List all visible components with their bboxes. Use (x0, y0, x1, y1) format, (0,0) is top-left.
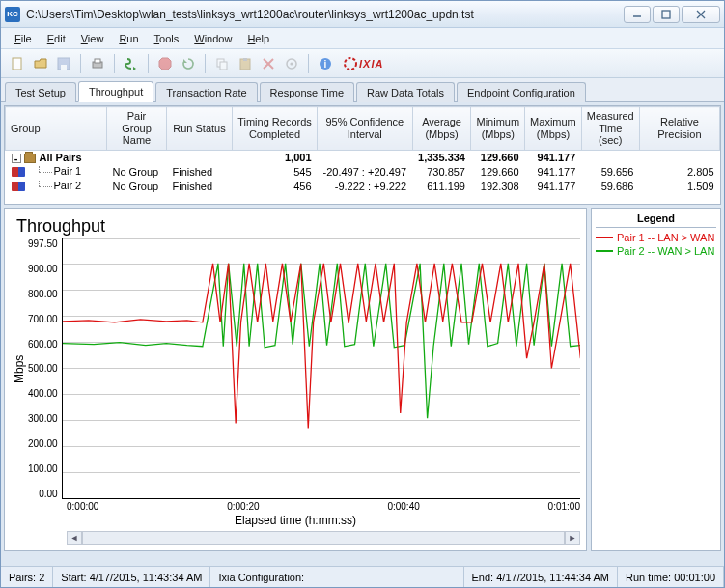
legend-label: Pair 1 -- LAN > WAN (617, 232, 714, 243)
scroll-track[interactable] (82, 531, 565, 545)
cell: 545 (233, 164, 318, 179)
col-precision[interactable]: RelativePrecision (639, 107, 719, 151)
svg-rect-8 (95, 59, 100, 63)
col-group[interactable]: Group (6, 107, 107, 151)
cell: No Group (107, 164, 167, 179)
tab-endpoint-config[interactable]: Endpoint Configuration (457, 82, 586, 102)
col-avg[interactable]: Average(Mbps) (412, 107, 471, 151)
chart-lines (63, 238, 580, 498)
legend-title: Legend (596, 212, 716, 228)
info-icon[interactable]: i (315, 53, 336, 74)
svg-rect-4 (13, 58, 21, 70)
menu-tools[interactable]: Tools (147, 30, 187, 47)
titlebar: KC C:\Users\Tim\Desktop\wlan_tests\links… (1, 1, 724, 28)
refresh-icon[interactable] (178, 53, 199, 74)
menu-file[interactable]: File (7, 30, 40, 47)
table-row-summary[interactable]: -All Pairs 1,001 1,335.334 129.660 941.1… (6, 150, 720, 164)
svg-rect-11 (220, 62, 227, 70)
table-row[interactable]: Pair 1 No Group Finished 545 -20.497 : +… (6, 164, 720, 179)
pair-icon (12, 182, 25, 191)
app-icon: KC (5, 7, 20, 22)
xtick: 0:01:00 (548, 501, 580, 512)
cell: Finished (167, 164, 233, 179)
cell: 730.857 (412, 164, 471, 179)
cell: 456 (233, 179, 318, 193)
cell: Pair 2 (54, 180, 82, 191)
scroll-right-icon[interactable]: ► (565, 531, 580, 545)
close-button[interactable] (682, 6, 720, 23)
menu-window[interactable]: Window (186, 30, 239, 47)
plot-area[interactable] (62, 238, 580, 499)
tab-raw-data-totals[interactable]: Raw Data Totals (356, 82, 455, 102)
brand-icon (344, 57, 357, 70)
table-row[interactable]: Pair 2 No Group Finished 456 -9.222 : +9… (6, 179, 720, 193)
brand-text: IXIA (359, 58, 383, 70)
tab-test-setup[interactable]: Test Setup (5, 82, 76, 102)
svg-point-20 (345, 58, 356, 70)
col-timing-records[interactable]: Timing RecordsCompleted (233, 107, 318, 151)
ytick: 0.00 (28, 489, 58, 499)
window-controls (624, 6, 720, 23)
cell: 59.656 (581, 164, 639, 179)
legend-item[interactable]: Pair 1 -- LAN > WAN (596, 231, 716, 244)
menu-edit[interactable]: Edit (40, 30, 73, 47)
tab-throughput[interactable]: Throughput (78, 81, 153, 102)
menubar: File Edit View Run Tools Window Help (1, 28, 724, 49)
col-confidence[interactable]: 95% ConfidenceInterval (318, 107, 413, 151)
print-icon[interactable] (87, 53, 108, 74)
save-icon[interactable] (53, 53, 74, 74)
ytick: 300.00 (28, 413, 58, 424)
pair-icon (12, 167, 25, 177)
svg-rect-6 (61, 65, 67, 70)
menu-run[interactable]: Run (111, 30, 146, 47)
menu-view[interactable]: View (73, 30, 112, 47)
cell: Finished (167, 179, 233, 193)
open-icon[interactable] (30, 53, 51, 74)
tab-response-time[interactable]: Response Time (260, 82, 354, 102)
status-runtime: Run time: 00:01:00 (618, 567, 724, 587)
col-run-status[interactable]: Run Status (167, 107, 233, 151)
cell: No Group (107, 179, 167, 193)
cell: 941.177 (525, 179, 582, 193)
run-icon[interactable] (121, 53, 142, 74)
chart-area: Throughput Mbps 997.50 900.00 800.00 700… (4, 208, 721, 551)
stop-icon[interactable] (154, 53, 176, 74)
brand-logo: IXIA (344, 57, 383, 70)
chart-scrollbar[interactable]: ◄ ► (67, 531, 580, 545)
ytick: 800.00 (28, 289, 58, 299)
cell: -9.222 : +9.222 (318, 179, 413, 193)
cell: 1.509 (639, 179, 719, 193)
ytick: 997.50 (28, 238, 58, 249)
col-time[interactable]: MeasuredTime (sec) (581, 107, 639, 151)
minimize-button[interactable] (624, 6, 651, 23)
ytick: 500.00 (28, 363, 58, 374)
xtick: 0:00:20 (227, 501, 259, 512)
legend-item[interactable]: Pair 2 -- WAN > LAN (596, 244, 716, 258)
legend-swatch-icon (596, 237, 613, 238)
col-max[interactable]: Maximum(Mbps) (525, 107, 582, 151)
cell: 192.308 (471, 179, 525, 193)
menu-help[interactable]: Help (239, 30, 277, 47)
tab-transaction-rate[interactable]: Transaction Rate (155, 82, 257, 102)
y-axis-label: Mbps (11, 238, 28, 499)
new-icon[interactable] (7, 53, 28, 74)
results-grid: Group Pair GroupName Run Status Timing R… (4, 105, 721, 205)
statusbar: Pairs: 2 Start: 4/17/2015, 11:43:34 AM I… (1, 566, 724, 587)
cell: Pair 1 (54, 165, 82, 177)
ytick: 600.00 (28, 339, 58, 350)
copy-icon[interactable] (211, 53, 233, 74)
col-min[interactable]: Minimum(Mbps) (471, 107, 525, 151)
summary-records: 1,001 (233, 150, 318, 164)
legend-swatch-icon (596, 250, 613, 252)
cell: 941.177 (525, 164, 582, 179)
maximize-button[interactable] (653, 6, 680, 23)
paste-icon[interactable] (235, 53, 256, 74)
col-pair-group[interactable]: Pair GroupName (107, 107, 167, 151)
delete-icon[interactable] (258, 53, 279, 74)
scroll-left-icon[interactable]: ◄ (67, 531, 82, 545)
toolbar: i IXIA (1, 49, 724, 78)
ytick: 200.00 (28, 438, 58, 449)
settings-icon[interactable] (281, 53, 302, 74)
svg-rect-13 (243, 58, 247, 61)
status-pairs: Pairs: 2 (1, 567, 53, 587)
